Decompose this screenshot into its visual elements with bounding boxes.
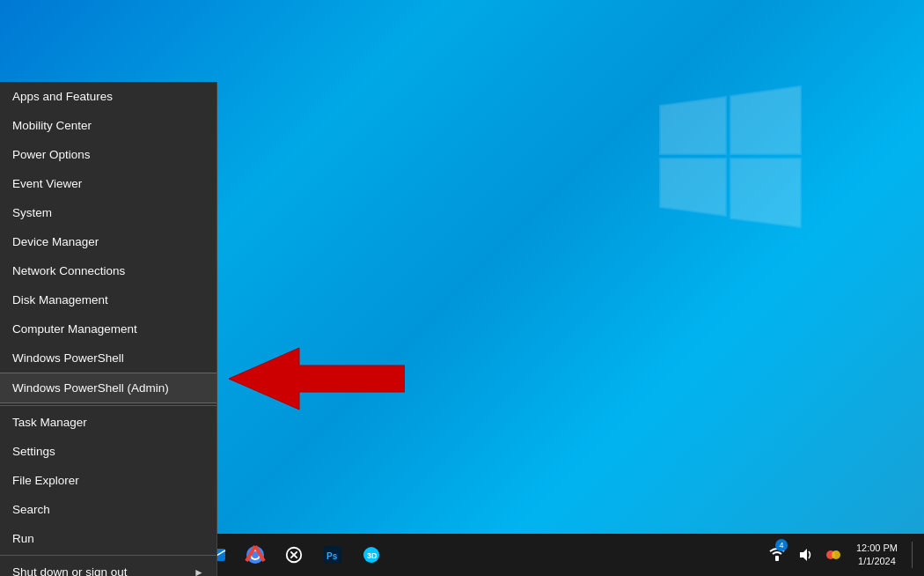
menu-item-event-viewer[interactable]: Event Viewer (0, 169, 216, 198)
menu-item-mobility-center[interactable]: Mobility Center (0, 111, 216, 140)
svg-marker-0 (229, 348, 405, 410)
menu-item-search[interactable]: Search (0, 495, 216, 524)
clock-time: 12:00 PM (856, 542, 898, 555)
svg-point-25 (832, 550, 840, 559)
menu-item-windows-powershell[interactable]: Windows PowerShell (0, 343, 216, 373)
menu-item-system[interactable]: System (0, 198, 216, 227)
paint-taskbar-icon[interactable]: 3D (352, 534, 391, 576)
menu-item-file-explorer[interactable]: File Explorer (0, 466, 216, 495)
taskbar-tray: 4 12:00 PM 1/1/2024 (765, 534, 924, 576)
clock-date: 1/1/2024 (856, 555, 898, 568)
desktop: Apps and Features Mobility Center Power … (0, 0, 924, 576)
context-menu: Apps and Features Mobility Center Power … (0, 82, 217, 576)
show-desktop-button[interactable] (912, 542, 917, 568)
menu-item-disk-management[interactable]: Disk Management (0, 285, 216, 314)
menu-item-apps-features[interactable]: Apps and Features (0, 82, 216, 111)
menu-item-device-manager[interactable]: Device Manager (0, 227, 216, 256)
clock-tray[interactable]: 12:00 PM 1/1/2024 (849, 542, 905, 569)
menu-item-settings[interactable]: Settings (0, 437, 216, 466)
menu-item-power-options[interactable]: Power Options (0, 140, 216, 169)
svg-rect-23 (775, 556, 779, 561)
network-badge: 4 (775, 539, 788, 551)
menu-item-shut-down-sign-out[interactable]: Shut down or sign out ► (0, 558, 216, 576)
menu-item-run[interactable]: Run (0, 524, 216, 553)
network-tray-icon[interactable]: 4 (765, 534, 789, 576)
menu-item-computer-management[interactable]: Computer Management (0, 314, 216, 343)
separator-1 (0, 405, 216, 406)
submenu-arrow-icon: ► (194, 566, 204, 577)
tools-taskbar-icon[interactable] (275, 534, 313, 576)
windows-logo-watermark (642, 70, 818, 247)
menu-item-network-connections[interactable]: Network Connections (0, 256, 216, 285)
red-arrow-annotation (229, 343, 405, 417)
color-tray-icon[interactable] (821, 534, 846, 576)
separator-2 (0, 555, 216, 556)
photoshop-taskbar-icon[interactable]: Ps (313, 534, 352, 576)
volume-tray-icon[interactable] (793, 534, 818, 576)
chrome-taskbar-icon[interactable] (236, 534, 275, 576)
svg-text:Ps: Ps (326, 551, 338, 561)
menu-item-windows-powershell-admin[interactable]: Windows PowerShell (Admin) (0, 373, 216, 403)
menu-item-task-manager[interactable]: Task Manager (0, 408, 216, 437)
svg-text:3D: 3D (367, 551, 378, 560)
